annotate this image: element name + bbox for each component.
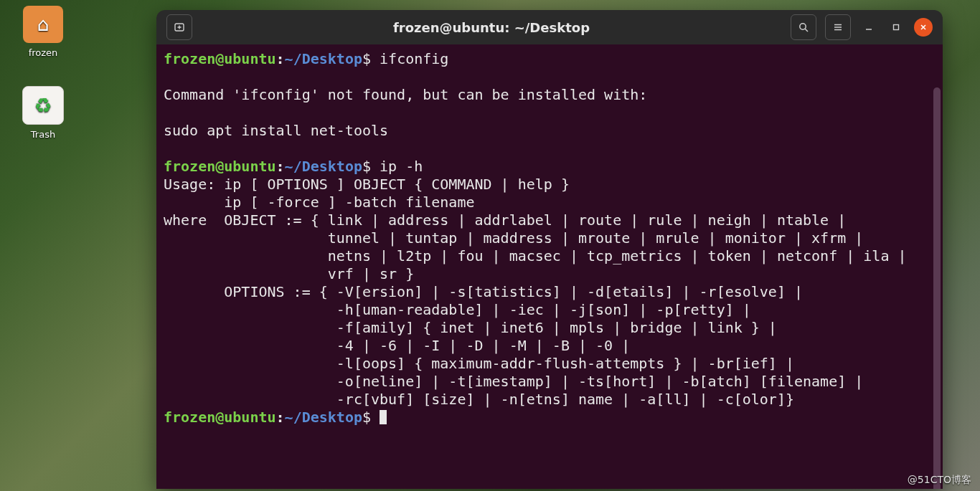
command-text: ip -h [380,158,423,175]
terminal-window: frozen@ubuntu: ~/Desktop frozen@ubuntu:~… [156,10,943,489]
desktop-icon-label: frozen [14,47,72,58]
terminal-viewport[interactable]: frozen@ubuntu:~/Desktop$ ifconfig Comman… [156,44,943,489]
watermark: @51CTO博客 [908,474,971,487]
output-line: vrf | sr } [164,265,414,282]
output-line: -h[uman-readable] | -iec | -j[son] | -p[… [164,301,751,318]
minimize-button[interactable] [859,18,878,37]
output-line: -rc[vbuf] [size] | -n[etns] name | -a[ll… [164,391,794,408]
output-line: -4 | -6 | -I | -D | -M | -B | -0 | [164,337,630,354]
prompt-path: ~/Desktop [285,50,362,67]
new-tab-icon [174,22,185,33]
svg-rect-9 [894,25,899,30]
close-button[interactable] [914,18,933,37]
window-title: frozen@ubuntu: ~/Desktop [199,20,783,35]
output-line: where OBJECT := { link | address | addrl… [164,211,846,229]
search-button[interactable] [791,14,816,40]
output-line: tunnel | tuntap | maddress | mroute | mr… [164,229,863,247]
titlebar: frozen@ubuntu: ~/Desktop [156,10,943,44]
close-icon [919,23,928,32]
output-line: -l[oops] { maximum-addr-flush-attempts }… [164,355,794,372]
prompt-sep: : [276,158,285,175]
prompt-symbol: $ [362,50,380,67]
output-line: ip [ -force ] -batch filename [164,194,474,211]
new-tab-button[interactable] [166,14,192,40]
prompt-symbol: $ [362,409,380,426]
svg-line-4 [805,29,808,32]
trash-icon: ♻ [22,86,64,125]
prompt-symbol: $ [362,158,380,175]
svg-point-3 [800,24,806,29]
prompt-user: frozen@ubuntu [164,409,276,426]
desktop-icon-trash[interactable]: ♻ Trash [14,86,72,140]
output-line: -o[neline] | -t[imestamp] | -ts[hort] | … [164,373,863,390]
desktop-icon-home[interactable]: ⌂ frozen [14,6,72,58]
home-folder-icon: ⌂ [23,6,63,43]
prompt-sep: : [276,409,285,426]
output-line: Command 'ifconfig' not found, but can be… [164,86,647,103]
output-line: OPTIONS := { -V[ersion] | -s[tatistics] … [164,283,803,300]
scrollbar[interactable] [933,87,941,489]
output-line: Usage: ip [ OPTIONS ] OBJECT { COMMAND |… [164,176,570,193]
prompt-user: frozen@ubuntu [164,50,276,67]
command-text: ifconfig [380,50,448,67]
minimize-icon [864,23,873,32]
prompt-path: ~/Desktop [285,158,362,175]
cursor [380,410,387,424]
prompt-sep: : [276,50,285,67]
prompt-user: frozen@ubuntu [164,158,276,175]
desktop-icon-label: Trash [14,129,72,140]
output-line: -f[amily] { inet | inet6 | mpls | bridge… [164,319,777,336]
search-icon [798,22,809,33]
maximize-button[interactable] [887,18,905,37]
menu-icon [832,22,844,33]
output-line: netns | l2tp | fou | macsec | tcp_metric… [164,247,907,264]
output-line: sudo apt install net-tools [164,122,388,139]
menu-button[interactable] [825,14,851,40]
maximize-icon [892,23,900,32]
prompt-path: ~/Desktop [285,409,362,426]
